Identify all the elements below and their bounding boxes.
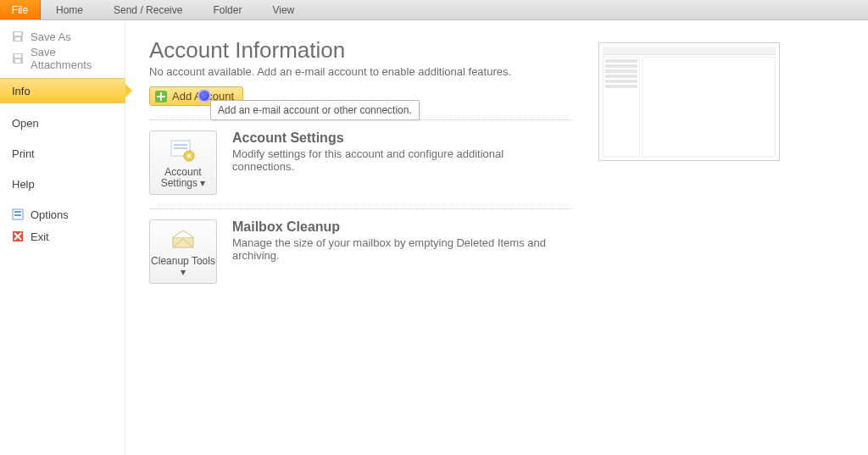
svg-rect-1 [14,32,21,36]
ribbon-tabs: File Home Send / Receive Folder View [0,0,868,20]
ribbon-tab-home[interactable]: Home [41,0,98,19]
sidebar-item-label: Save As [31,31,71,43]
cleanup-tools-button-label: Cleanup Tools ▾ [150,256,216,278]
account-settings-button-label: Account Settings ▾ [150,167,216,189]
cleanup-icon [169,227,198,252]
page-subtitle: No account available. Add an e-mail acco… [149,65,573,78]
chevron-down-icon: ▾ [181,266,186,278]
chevron-down-icon: ▾ [200,177,205,189]
svg-rect-2 [15,37,20,41]
sidebar-item-label: Info [12,85,31,97]
svg-rect-7 [14,211,21,213]
backstage-sidebar: Save As Save Attachments Info Open Print… [0,20,125,455]
save-icon [12,53,24,64]
add-account-tooltip: Add an e-mail account or other connectio… [210,100,420,120]
mailbox-cleanup-body: Manage the size of your mailbox by empty… [232,236,554,262]
sidebar-item-info[interactable]: Info [0,78,125,103]
svg-rect-5 [15,59,20,63]
exit-icon [12,230,24,242]
save-icon [12,31,24,42]
sidebar-item-label: Options [31,208,69,221]
sidebar-item-label: Exit [31,230,49,243]
sidebar-item-label: Open [12,117,39,130]
account-settings-heading: Account Settings [232,130,554,146]
account-preview-thumbnail [598,42,780,161]
svg-rect-4 [14,54,21,58]
section-mailbox-cleanup: Cleanup Tools ▾ Mailbox Cleanup Manage t… [149,219,573,284]
svg-rect-11 [174,144,187,146]
ribbon-tab-view[interactable]: View [257,0,309,19]
divider [149,208,573,209]
backstage-content: Account Information No account available… [125,20,868,455]
options-icon [12,208,24,220]
section-account-settings: Account Settings ▾ Account Settings Modi… [149,130,573,195]
ribbon-tab-file[interactable]: File [0,0,41,19]
sidebar-item-save-as: Save As [0,25,125,47]
account-settings-icon [169,138,198,164]
sidebar-item-exit[interactable]: Exit [0,225,125,247]
ribbon-tab-folder[interactable]: Folder [198,0,257,19]
mailbox-cleanup-heading: Mailbox Cleanup [232,219,554,235]
page-title: Account Information [149,37,573,64]
sidebar-item-print[interactable]: Print [0,142,125,164]
sidebar-item-save-attachments: Save Attachments [0,47,125,69]
svg-rect-12 [174,147,187,149]
svg-point-14 [187,154,191,158]
sidebar-item-help[interactable]: Help [0,173,125,195]
sidebar-item-label: Help [12,178,35,191]
sidebar-item-label: Save Attachments [31,46,113,71]
svg-rect-8 [14,214,21,216]
sidebar-item-options[interactable]: Options [0,203,125,225]
account-settings-button[interactable]: Account Settings ▾ [149,130,217,195]
plus-icon [155,91,167,103]
account-settings-body: Modify settings for this account and con… [232,147,554,173]
cleanup-tools-button[interactable]: Cleanup Tools ▾ [149,219,217,284]
sidebar-item-open[interactable]: Open [0,112,125,134]
ribbon-tab-send-receive[interactable]: Send / Receive [98,0,198,19]
sidebar-item-label: Print [12,147,35,160]
